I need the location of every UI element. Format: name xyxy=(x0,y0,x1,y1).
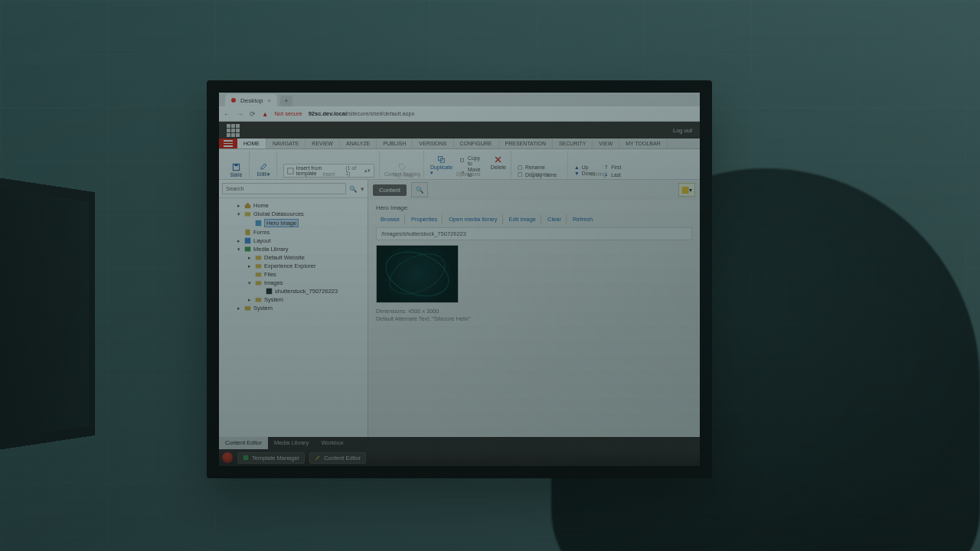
content-tab[interactable]: Content xyxy=(373,184,407,196)
tree-node-experience[interactable]: ▸Experience Explorer xyxy=(219,262,368,270)
taskbar-template-manager[interactable]: Template Manager xyxy=(237,452,305,464)
ribbon-tab-mytoolbar[interactable]: MY TOOLBAR xyxy=(619,139,668,148)
copy-icon xyxy=(460,158,466,164)
sort-up-button[interactable]: ▲ Up xyxy=(574,165,595,170)
logout-link[interactable]: Log out xyxy=(673,127,692,134)
browser-tabbar: Desktop × + xyxy=(219,93,700,106)
tree-node-global[interactable]: ▾Global Datasources xyxy=(219,210,368,218)
svg-rect-15 xyxy=(266,289,273,295)
image-thumbnail xyxy=(376,245,459,303)
ribbon-tab-security[interactable]: SECURITY xyxy=(553,139,593,148)
reload-button[interactable]: ⟳ xyxy=(250,110,256,118)
tree-node-media[interactable]: ▾Media Library xyxy=(219,245,368,253)
screen: Desktop × + ← → ⟳ ▲ Not secure 92sc.dev.… xyxy=(219,93,700,466)
tab-title: Desktop xyxy=(240,97,263,104)
layout-icon xyxy=(244,237,251,244)
ribbon-tab-view[interactable]: VIEW xyxy=(593,139,619,148)
browser-tab[interactable]: Desktop × xyxy=(225,94,277,106)
ribbon-tab-navigate[interactable]: NAVIGATE xyxy=(266,139,305,148)
ribbon-tab-presentation[interactable]: PRESENTATION xyxy=(499,139,553,148)
svg-rect-13 xyxy=(256,272,262,276)
content-search-button[interactable]: 🔍 xyxy=(411,182,428,197)
tree-panel: 🔍 ▾ ▸Home ▾Global Datasources Hero Image… xyxy=(219,180,368,437)
ribbon-tab-analyze[interactable]: ANALYZE xyxy=(340,139,377,148)
image-path: /Images/shutterstock_750726223 xyxy=(376,227,692,240)
pencil-icon xyxy=(315,455,321,461)
ribbon-toolbar: Save Write Edit ▾ Edit Insert from templ… xyxy=(219,149,700,180)
svg-rect-14 xyxy=(256,281,262,285)
image-dimensions: Dimensions: 4500 x 3000 xyxy=(376,308,692,315)
monitor-bezel: Desktop × + ← → ⟳ ▲ Not secure 92sc.dev.… xyxy=(207,80,712,478)
clear-button[interactable]: Clear xyxy=(543,214,567,224)
search-input[interactable] xyxy=(222,183,346,194)
back-button[interactable]: ← xyxy=(224,110,230,118)
editor-bottom-tabs: Content Editor Media Library Workbox xyxy=(219,437,700,449)
properties-button[interactable]: Properties xyxy=(407,214,443,224)
open-media-library-button[interactable]: Open media library xyxy=(444,214,502,224)
ribbon-tab-versions[interactable]: VERSIONS xyxy=(413,139,453,148)
tree-node-default-website[interactable]: ▸Default Website xyxy=(219,253,368,262)
search-icon[interactable]: 🔍 xyxy=(349,185,358,193)
rename-button[interactable]: ▢ Rename xyxy=(518,165,557,171)
opera-icon xyxy=(231,98,236,103)
tree-node-shutterstock[interactable]: shutterstock_750726223 xyxy=(219,287,368,295)
ribbon-tab-configure[interactable]: CONFIGURE xyxy=(454,139,499,148)
svg-rect-12 xyxy=(256,264,262,268)
new-tab-button[interactable]: + xyxy=(280,96,292,106)
browser-urlbar: ← → ⟳ ▲ Not secure 92sc.dev.local/siteco… xyxy=(219,106,700,122)
folder-icon xyxy=(255,279,262,286)
svg-rect-10 xyxy=(245,247,251,252)
taskbar-content-editor[interactable]: Content Editor xyxy=(309,452,366,464)
tag-icon xyxy=(398,163,407,171)
search-dropdown-icon[interactable]: ▾ xyxy=(361,185,364,193)
content-panel: Content 🔍 🟨▾ Hero Image: Browse Properti… xyxy=(368,180,700,437)
folder-icon xyxy=(255,254,262,261)
svg-rect-16 xyxy=(256,298,262,302)
svg-rect-7 xyxy=(256,220,262,227)
tree-node-hero-image[interactable]: Hero Image xyxy=(219,218,368,228)
language-flag-button[interactable]: 🟨▾ xyxy=(678,183,695,197)
sitecore-taskbar: Template Manager Content Editor xyxy=(219,449,700,466)
menu-hamburger-icon[interactable] xyxy=(219,139,237,148)
app-topbar: Log out xyxy=(219,122,700,139)
close-tab-icon[interactable]: × xyxy=(267,97,271,104)
tree-node-home[interactable]: ▸Home xyxy=(219,201,368,210)
image-icon xyxy=(255,220,262,227)
tree-node-system2[interactable]: ▸System xyxy=(219,304,368,312)
template-manager-icon xyxy=(243,455,249,461)
bottom-tab-media-library[interactable]: Media Library xyxy=(268,437,315,449)
folder-icon xyxy=(255,296,262,303)
address-text[interactable]: 92sc.dev.local/sitecore/shell/default.as… xyxy=(309,110,415,117)
ribbon-tab-home[interactable]: HOME xyxy=(237,139,266,148)
forward-button[interactable]: → xyxy=(237,110,243,118)
tree-node-forms[interactable]: Forms xyxy=(219,228,368,236)
ribbon-tab-review[interactable]: REVIEW xyxy=(305,139,340,148)
tree-node-system[interactable]: ▸System xyxy=(219,295,368,304)
image-file-icon xyxy=(266,288,273,295)
image-field-actions: Browse Properties Open media library Edi… xyxy=(376,214,692,224)
bottom-tab-workbox[interactable]: Workbox xyxy=(315,437,349,449)
media-icon xyxy=(244,246,251,253)
bottom-tab-content-editor[interactable]: Content Editor xyxy=(219,437,268,449)
edit-image-button[interactable]: Edit image xyxy=(505,214,541,224)
tree-node-images[interactable]: ▾Images xyxy=(219,279,368,287)
save-icon xyxy=(232,163,240,171)
sitecore-start-icon[interactable] xyxy=(222,452,233,463)
edit-icon xyxy=(260,162,268,171)
svg-rect-5 xyxy=(461,158,464,161)
svg-rect-8 xyxy=(246,230,250,236)
forms-icon xyxy=(244,229,251,236)
sort-first-button[interactable]: ⤒ First xyxy=(604,165,621,171)
home-icon xyxy=(244,202,251,209)
launchpad-icon[interactable] xyxy=(227,124,240,137)
ribbon-tab-publish[interactable]: PUBLISH xyxy=(377,139,413,148)
tree-node-layout[interactable]: ▸Layout xyxy=(219,236,368,245)
not-secure-icon: ▲ xyxy=(262,110,268,118)
image-alt-text: Default Alternate Text: "Sitecore Helix" xyxy=(376,315,692,323)
browse-button[interactable]: Browse xyxy=(376,214,405,224)
tree-node-files[interactable]: Files xyxy=(219,270,368,279)
copy-to-button[interactable]: Copy to xyxy=(460,155,482,166)
svg-rect-6 xyxy=(245,212,251,216)
refresh-button[interactable]: Refresh xyxy=(568,214,597,224)
svg-rect-18 xyxy=(243,455,248,460)
